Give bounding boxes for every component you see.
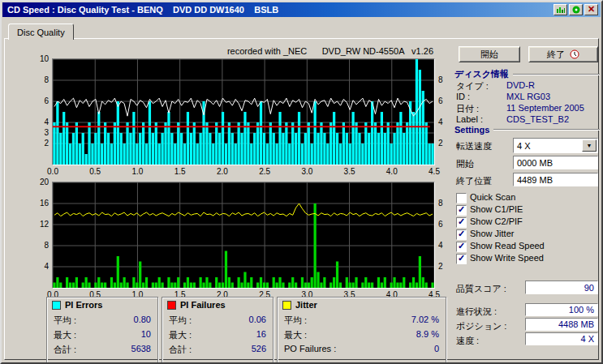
chart-icon-button[interactable] [553, 4, 567, 15]
show-c1-pie-label: Show C1/PIE [470, 204, 523, 214]
axis-tick-label: 4.0 [384, 167, 400, 176]
axis-tick-label: 6 [438, 220, 443, 229]
pi-failures-jitter-chart: 2016128486420.00.51.01.52.02.53.03.54.04… [52, 182, 435, 289]
axis-tick-label: 1.0 [129, 167, 145, 176]
quick-scan-label: Quick Scan [470, 192, 515, 202]
pi-failures-title-label: PI Failures [180, 300, 226, 310]
axis-tick-label: 2.5 [256, 167, 273, 176]
start-position-input[interactable]: 0000 MB [513, 156, 598, 169]
axis-tick-label: 2.0 [214, 167, 230, 176]
pi-failures-swatch [167, 301, 176, 310]
end-position-label: 終了位置 [456, 175, 492, 187]
quick-scan-checkbox[interactable] [456, 193, 467, 203]
axis-tick-label: 6 [29, 96, 49, 105]
show-write-speed-label: Show Write Speed [470, 253, 544, 263]
disc-id-label: ID : [456, 92, 470, 101]
divider [513, 74, 600, 75]
app-window: CD Speed : Disc Quality Test - BENQ DVD … [0, 0, 603, 364]
show-read-speed-label: Show Read Speed [470, 241, 545, 251]
exit-button-label: 終了 [547, 49, 565, 61]
pi-failures-stats-box: PI Failures 平均 : 0.06 最大 : 16 合計 : 526 [162, 297, 274, 363]
jitter-swatch [282, 301, 291, 310]
axis-tick-label: 10 [29, 54, 49, 63]
tab-disc-quality[interactable]: Disc Quality [8, 24, 74, 40]
axis-tick-label: 3 [29, 128, 49, 137]
pi-failures-stats-title: PI Failures [167, 300, 226, 310]
axis-tick-label: 6 [438, 96, 443, 105]
close-button[interactable]: ✕ [584, 4, 598, 15]
disc-date-value: 11 September 2005 [506, 103, 584, 113]
axis-tick-label: 8 [438, 75, 443, 84]
progress-status-label: 進行状況 : [456, 306, 497, 318]
disc-type-value: DVD-R [506, 80, 535, 90]
stat-label: 平均 : [169, 315, 192, 327]
speed-status-value: 4 X [580, 334, 594, 344]
stat-value: 8.9 % [416, 329, 439, 339]
pi-failures-jitter-plot [53, 182, 434, 288]
jitter-title-label: Jitter [295, 300, 317, 310]
axis-tick-label: 3.5 [342, 167, 358, 176]
speed-select[interactable]: 4 X ▼ [513, 138, 598, 153]
close-icon: ✕ [588, 5, 595, 14]
speed-select-value: 4 X [517, 141, 531, 151]
disc-info-header-label: ディスク情報 [454, 68, 509, 80]
axis-tick-label: 2 [438, 139, 443, 148]
axis-tick-label: 8 [438, 199, 443, 208]
axis-tick-label: 0.0 [45, 167, 61, 176]
speed-status-field: 4 X [525, 332, 598, 345]
disc-label-label: Label : [456, 114, 483, 124]
titlebar-buttons: ✕ [553, 4, 598, 15]
end-position-input[interactable]: 4489 MB [513, 173, 598, 186]
quality-score-value: 90 [584, 283, 594, 293]
show-jitter-checkbox[interactable] [456, 229, 467, 240]
show-read-speed-checkbox[interactable] [456, 242, 467, 252]
axis-tick-label: 8 [29, 75, 49, 84]
pi-errors-chart: 108643286420.00.51.01.52.02.53.03.54.04.… [52, 58, 435, 165]
axis-tick-label: 4 [438, 118, 443, 126]
axis-tick-label: 1.5 [172, 167, 188, 176]
titlebar[interactable]: CD Speed : Disc Quality Test - BENQ DVD … [2, 2, 601, 17]
position-label: ポジション : [456, 320, 506, 332]
axis-tick-label: 20 [29, 178, 49, 186]
axis-tick-label: 0.5 [87, 167, 103, 176]
progress-status-value: 100 % [569, 305, 594, 315]
disc-icon-button[interactable] [569, 4, 583, 15]
axis-tick-label: 4 [29, 262, 49, 271]
position-value: 4488 MB [558, 319, 594, 329]
show-c1-pie-checkbox[interactable] [456, 205, 467, 216]
pi-errors-plot [53, 59, 434, 165]
stat-label: 合計 : [169, 344, 192, 356]
axis-tick-label: 12 [29, 220, 49, 229]
end-position-value: 4489 MB [517, 175, 553, 185]
axis-tick-label: 3.0 [299, 167, 315, 176]
settings-header: Settings [454, 125, 600, 135]
pi-errors-stats-title: PI Errors [52, 300, 102, 310]
tab-label: Disc Quality [17, 28, 65, 37]
stat-value: 0 [434, 344, 439, 353]
chart-icon [556, 6, 566, 14]
start-button[interactable]: 開始 [459, 46, 520, 62]
divider [493, 129, 600, 131]
stat-value: 10 [141, 329, 151, 339]
stat-value: 526 [252, 344, 266, 353]
axis-tick-label: 2 [29, 139, 49, 148]
chevron-down-icon[interactable]: ▼ [582, 139, 597, 152]
stat-label: PO Failures : [284, 344, 336, 353]
show-c2-pif-checkbox[interactable] [456, 217, 467, 228]
window-title: CD Speed : Disc Quality Test - BENQ DVD … [7, 5, 553, 15]
stat-label: 最大 : [284, 329, 307, 341]
stat-label: 平均 : [284, 315, 307, 327]
exit-button[interactable]: 終了 [528, 46, 598, 62]
axis-tick-label: 4 [29, 118, 49, 126]
progress-status-field: 100 % [525, 303, 598, 316]
show-jitter-label: Show Jitter [470, 229, 514, 238]
show-write-speed-checkbox[interactable] [456, 254, 467, 264]
jitter-stats-box: Jitter 平均 : 7.02 % 最大 : 8.9 % PO Failure… [277, 297, 446, 363]
pi-errors-title-label: PI Errors [65, 300, 102, 310]
disc-id-value: MXL RG03 [506, 92, 550, 101]
pi-errors-stats-box: PI Errors 平均 : 0.80 最大 : 10 合計 : 5638 [46, 297, 158, 363]
start-position-label: 開始 [456, 158, 474, 170]
disc-date-label: 日付 : [456, 103, 479, 115]
stat-label: 平均 : [54, 315, 76, 327]
stat-label: 合計 : [54, 344, 76, 356]
